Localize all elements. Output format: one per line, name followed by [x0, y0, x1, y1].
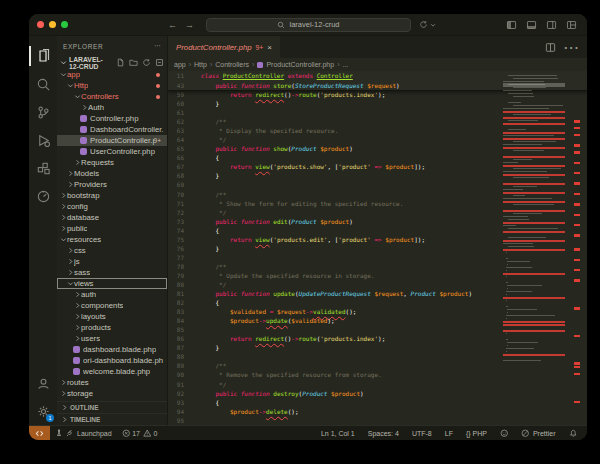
tree-item-bootstrap[interactable]: bootstrap: [57, 190, 167, 201]
chevron-right-icon: [59, 214, 67, 221]
tree-item-layouts[interactable]: layouts: [57, 311, 167, 322]
collapse-all-icon[interactable]: [155, 58, 164, 67]
tree-item-css[interactable]: css: [57, 245, 167, 256]
tree-item-components[interactable]: components: [57, 300, 167, 311]
tree-item-welcome-blade-php[interactable]: welcome.blade.php: [57, 366, 167, 377]
tree-item-database[interactable]: database: [57, 212, 167, 223]
reload-icon[interactable]: [419, 20, 428, 29]
tree-item-resources[interactable]: resources: [57, 234, 167, 245]
tree-item-label: Auth: [88, 103, 104, 112]
activity-extensions-icon[interactable]: [29, 154, 57, 182]
activity-gear-icon[interactable]: 1: [29, 397, 57, 425]
tree-item-label: js: [74, 257, 80, 266]
traffic-lights: [37, 21, 68, 28]
status-lf[interactable]: LF: [440, 430, 458, 437]
tree-item-sass[interactable]: sass: [57, 267, 167, 278]
activity-account-icon[interactable]: [29, 369, 57, 397]
split-editor-icon[interactable]: [545, 42, 556, 53]
outline-section[interactable]: OUTLINE: [57, 401, 167, 413]
chevron-right-icon: [66, 269, 74, 276]
chevron-right-icon: [59, 203, 67, 210]
toggle-secondary-sidebar-icon[interactable]: [546, 20, 557, 30]
tree-item-models[interactable]: Models: [57, 168, 167, 179]
new-folder-icon[interactable]: [129, 58, 138, 67]
activity-gauge-icon[interactable]: [29, 182, 57, 210]
tree-item-users[interactable]: users: [57, 333, 167, 344]
tree-item-controllers[interactable]: Controllers: [57, 91, 167, 102]
tree-item-requests[interactable]: Requests: [57, 157, 167, 168]
breadcrumb--[interactable]: ...: [342, 61, 348, 68]
minimize-window-icon[interactable]: [49, 21, 56, 28]
status-bell-icon[interactable]: [564, 429, 583, 438]
tree-item-storage[interactable]: storage: [57, 388, 167, 399]
status-spaces-4[interactable]: Spaces: 4: [363, 430, 404, 437]
activity-source-control-icon[interactable]: [29, 98, 57, 126]
command-center-search[interactable]: laravel-12-crud: [206, 18, 411, 32]
toggle-panel-icon[interactable]: [526, 20, 537, 30]
tree-item-controller-php[interactable]: Controller.php: [57, 113, 167, 124]
project-root-row[interactable]: LARAVEL-12-CRUD: [57, 56, 167, 69]
nav-forward-icon[interactable]: →: [185, 20, 194, 30]
tree-item-label: ProductController.php: [90, 136, 154, 145]
tree-item-dashboardcontroller-php[interactable]: DashboardController.php: [57, 124, 167, 135]
tree-item-ori-dashboard-blade-php[interactable]: ori-dashboard.blade.php: [57, 355, 167, 366]
tree-item-productcontroller-php[interactable]: ProductController.php9+: [57, 135, 167, 146]
tab-productcontroller[interactable]: ProductController.php 9+ ×: [168, 36, 280, 58]
remote-indicator[interactable]: [29, 426, 50, 440]
layout-control-icon[interactable]: [566, 20, 577, 30]
line-number: 89: [168, 361, 184, 370]
activity-search-icon[interactable]: [29, 70, 57, 98]
tree-item-public[interactable]: public: [57, 223, 167, 234]
zoom-window-icon[interactable]: [61, 21, 68, 28]
close-window-icon[interactable]: [37, 21, 44, 28]
timeline-section[interactable]: TIMELINE: [57, 413, 167, 425]
breadcrumb-controllers[interactable]: Controllers: [215, 61, 249, 68]
status-smiley-icon[interactable]: [495, 429, 514, 438]
tree-item-usercontroller-php[interactable]: UserController.php: [57, 146, 167, 157]
tree-item-dashboard-blade-php[interactable]: dashboard.blade.php: [57, 344, 167, 355]
sidebar-more-icon[interactable]: ⋯: [154, 42, 161, 50]
chevron-down-icon[interactable]: [430, 22, 436, 28]
activity-run-debug-icon[interactable]: [29, 126, 57, 154]
status-utf-8[interactable]: UTF-8: [407, 430, 437, 437]
tab-close-icon[interactable]: ×: [267, 43, 272, 52]
tree-item-routes[interactable]: routes: [57, 377, 167, 388]
line-number: 76: [168, 244, 184, 253]
minimap[interactable]: [503, 71, 565, 425]
tree-item-js[interactable]: js: [57, 256, 167, 267]
new-file-icon[interactable]: [116, 58, 125, 67]
tree-item-auth[interactable]: auth: [57, 289, 167, 300]
customize-layout-icon[interactable]: [506, 20, 517, 30]
line-text: public function destroy(Product $product…: [184, 389, 364, 398]
code-area[interactable]: 11class ProductController extends Contro…: [168, 71, 587, 425]
problems-item[interactable]: 17 0: [117, 426, 163, 440]
error-dot: [156, 73, 160, 77]
breadcrumb-http[interactable]: Http: [194, 61, 207, 68]
status-ln-1-col-1[interactable]: Ln 1, Col 1: [316, 430, 360, 437]
tree-item-app[interactable]: app: [57, 69, 167, 80]
editor-more-icon[interactable]: ⋯: [563, 38, 579, 57]
nav-back-icon[interactable]: ←: [168, 20, 177, 30]
launchpad-item[interactable]: Launchpad: [50, 426, 117, 440]
tree-item-config[interactable]: config: [57, 201, 167, 212]
tree-item-http[interactable]: Http: [57, 80, 167, 91]
activity-explorer-icon[interactable]: [29, 42, 57, 70]
tree-item-label: users: [81, 334, 100, 343]
php-icon: [80, 148, 87, 155]
status-prettier[interactable]: Prettier: [516, 429, 560, 438]
line-text: /**: [184, 190, 226, 199]
breadcrumb-app[interactable]: app: [174, 61, 186, 68]
tree-item-views[interactable]: views: [57, 278, 167, 289]
status--php[interactable]: {} PHP: [461, 430, 492, 437]
chevron-right-icon: [73, 335, 81, 342]
tree-item-products[interactable]: products: [57, 322, 167, 333]
error-dot: [156, 95, 160, 99]
line-number: 67: [168, 162, 184, 171]
refresh-icon[interactable]: [142, 58, 151, 67]
chevron-right-icon: [66, 258, 74, 265]
tree-item-label: config: [67, 202, 88, 211]
line-number: 85: [168, 325, 184, 334]
breadcrumb-productcontroller-php[interactable]: ProductController.php: [266, 61, 334, 68]
tree-item-auth[interactable]: Auth: [57, 102, 167, 113]
tree-item-providers[interactable]: Providers: [57, 179, 167, 190]
